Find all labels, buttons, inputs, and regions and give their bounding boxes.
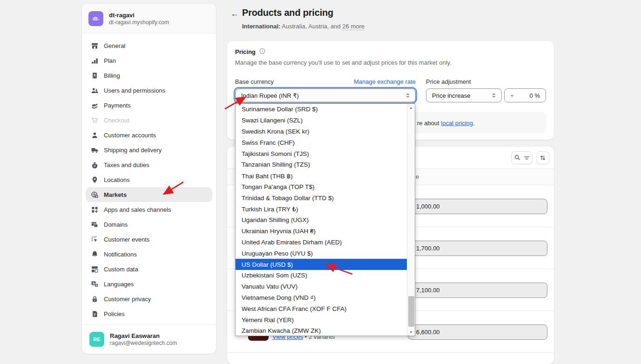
sidebar-item-label: Billing xyxy=(104,72,120,79)
pricing-section-title: Pricing xyxy=(235,47,266,56)
local-pricing-link[interactable]: local pricing xyxy=(441,119,473,126)
manage-exchange-rate-link[interactable]: Manage exchange rate xyxy=(354,78,416,85)
sidebar-item-label: Policies xyxy=(104,310,125,317)
users-icon xyxy=(90,86,99,94)
person-icon xyxy=(90,131,99,139)
search-filter-button[interactable] xyxy=(511,151,533,164)
checkout-cart-icon xyxy=(90,116,99,124)
price-adjustment-select[interactable]: Price increase xyxy=(426,88,502,102)
sidebar-item-label: Customer privacy xyxy=(104,296,151,303)
sidebar-item-apps-and-sales-channels[interactable]: Apps and sales channels xyxy=(86,202,212,217)
pricing-title-text: Pricing xyxy=(235,48,256,55)
info-circle-icon[interactable] xyxy=(259,47,266,56)
sidebar-item-label: Languages xyxy=(104,281,134,288)
sort-arrows-icon xyxy=(539,154,547,162)
currency-option[interactable]: Ukrainian Hryvnia (UAH ₴) xyxy=(236,226,407,237)
sidebar-item-domains[interactable]: Domains xyxy=(86,217,212,232)
sidebar-item-label: Domains xyxy=(104,221,128,228)
scroll-down-button[interactable]: ▼ xyxy=(407,328,415,336)
base-currency-select[interactable]: Indian Rupee (INR ₹) xyxy=(235,88,416,102)
adjustment-percent-input[interactable]: + 0 % xyxy=(504,88,546,102)
currency-option[interactable]: Zambian Kwacha (ZMW ZK) xyxy=(236,325,407,337)
sidebar-item-customer-events[interactable]: Customer events xyxy=(86,232,212,247)
sidebar-item-general[interactable]: General xyxy=(86,38,212,53)
market-countries: Australia, Austria, and xyxy=(280,23,342,30)
page-subtitle: International: Australia, Austria, and 2… xyxy=(242,23,364,30)
currency-option[interactable]: Surinamese Dollar (SRD $) xyxy=(236,104,407,115)
scrollbar-thumb[interactable] xyxy=(408,296,414,327)
currency-option[interactable]: Tanzanian Shilling (TZS) xyxy=(236,159,407,170)
price-input[interactable]: 6,600.00 xyxy=(408,324,547,340)
sidebar-item-policies[interactable]: Policies xyxy=(86,306,212,321)
base-currency-value: Indian Rupee (INR ₹) xyxy=(241,92,299,99)
settings-sidebar: dt- dt-ragavi dt-ragavi.myshopify.com Ge… xyxy=(82,4,216,354)
sidebar-item-customer-accounts[interactable]: Customer accounts xyxy=(86,128,212,142)
sidebar-item-locations[interactable]: Locations xyxy=(86,172,212,187)
currency-option[interactable]: United Arab Emirates Dirham (AED) xyxy=(236,237,407,248)
currency-option[interactable]: Trinidad & Tobago Dollar (TTD $) xyxy=(236,192,407,203)
bell-icon xyxy=(90,250,99,258)
currency-option[interactable]: Yemeni Rial (YER) xyxy=(236,314,407,325)
sidebar-item-label: Markets xyxy=(104,191,127,198)
currency-dropdown: Surinamese Dollar (SRD $)Swazi Lilangeni… xyxy=(235,103,415,336)
billing-icon: $ xyxy=(90,71,99,80)
sidebar-item-notifications[interactable]: Notifications xyxy=(86,247,212,262)
translate-icon: Aa xyxy=(90,280,99,288)
store-domain: dt-ragavi.myshopify.com xyxy=(109,19,169,26)
sidebar-item-billing[interactable]: $Billing xyxy=(86,68,212,83)
user-name: Ragavi Easwaran xyxy=(110,332,177,339)
sidebar-item-plan[interactable]: Plan xyxy=(86,53,212,68)
scroll-up-button[interactable]: ▲ xyxy=(407,104,415,111)
banner-period: . xyxy=(473,119,475,126)
currency-option[interactable]: Tajikistani Somoni (TJS) xyxy=(236,148,407,159)
updown-chevron-icon xyxy=(491,93,497,98)
currency-option[interactable]: Swedish Krona (SEK kr) xyxy=(236,126,407,137)
dropdown-scrollbar[interactable]: ▲ ▼ xyxy=(407,104,415,336)
currency-option[interactable]: Thai Baht (THB ฿) xyxy=(236,170,407,182)
sidebar-item-custom-data[interactable]: Custom data xyxy=(86,262,212,276)
currency-option[interactable]: Turkish Lira (TRY ₺) xyxy=(236,203,407,215)
sidebar-item-customer-privacy[interactable]: Customer privacy xyxy=(86,291,212,306)
currency-option[interactable]: West African CFA Franc (XOF F CFA) xyxy=(236,303,407,314)
back-button[interactable]: ← xyxy=(229,8,240,19)
sidebar-item-languages[interactable]: AaLanguages xyxy=(86,276,212,291)
currency-option[interactable]: Vietnamese Dong (VND ₫) xyxy=(236,292,407,303)
more-countries-link[interactable]: 26 more xyxy=(342,23,364,30)
truck-icon xyxy=(90,146,99,154)
user-profile[interactable]: RE Ragavi Easwaran ragavi@wedesigntech.c… xyxy=(82,324,216,354)
sidebar-item-users-and-permissions[interactable]: Users and permissions xyxy=(86,83,212,98)
sidebar-item-checkout: Checkout xyxy=(86,113,212,128)
sort-button[interactable] xyxy=(536,151,549,164)
currency-option[interactable]: Uruguayan Peso (UYU $) xyxy=(236,248,407,259)
currency-option[interactable]: Tongan Pa'anga (TOP T$) xyxy=(236,182,407,193)
sidebar-item-taxes-and-duties[interactable]: Taxes and duties xyxy=(86,157,212,172)
price-adjustment-value: Price increase xyxy=(432,92,470,99)
price-input[interactable]: 1,700.00 xyxy=(408,241,547,256)
sidebar-item-label: Taxes and duties xyxy=(104,162,149,169)
currency-option[interactable]: Uzbekistani Som (UZS) xyxy=(236,270,407,281)
sidebar-item-markets[interactable]: $Markets xyxy=(86,187,212,202)
sidebar-item-shipping-and-delivery[interactable]: Shipping and delivery xyxy=(86,142,212,157)
sidebar-item-label: Payments xyxy=(104,102,131,109)
browser-windows-icon xyxy=(90,220,99,229)
currency-option[interactable]: Ugandan Shilling (UGX) xyxy=(236,215,407,226)
sidebar-item-label: Apps and sales channels xyxy=(104,206,171,213)
currency-option[interactable]: Vanuatu Vatu (VUV) xyxy=(236,281,407,292)
currency-option[interactable]: Swiss Franc (CHF) xyxy=(236,137,407,148)
price-input[interactable]: 1,000.00 xyxy=(408,199,547,214)
sidebar-item-payments[interactable]: Payments xyxy=(86,98,212,113)
price-input[interactable]: 7,100.00 xyxy=(408,283,547,298)
currency-option[interactable]: US Dollar (USD $) xyxy=(236,259,407,270)
payments-icon xyxy=(90,101,99,109)
currency-option[interactable]: Swazi Lilangeni (SZL) xyxy=(236,115,407,126)
svg-text:$: $ xyxy=(95,195,97,198)
settings-nav: GeneralPlan$BillingUsers and permissions… xyxy=(86,38,212,321)
globe-dollar-icon: $ xyxy=(90,190,99,199)
user-email: ragavi@wedesigntech.com xyxy=(110,340,177,346)
market-name-label: International: xyxy=(242,23,280,30)
pricing-description: Manage the base currency you'll use to s… xyxy=(235,59,452,66)
percent-prefix: + xyxy=(510,92,514,99)
store-name: dt-ragavi xyxy=(109,12,169,19)
store-switcher[interactable]: dt- dt-ragavi dt-ragavi.myshopify.com xyxy=(82,4,216,34)
search-icon xyxy=(514,154,521,162)
